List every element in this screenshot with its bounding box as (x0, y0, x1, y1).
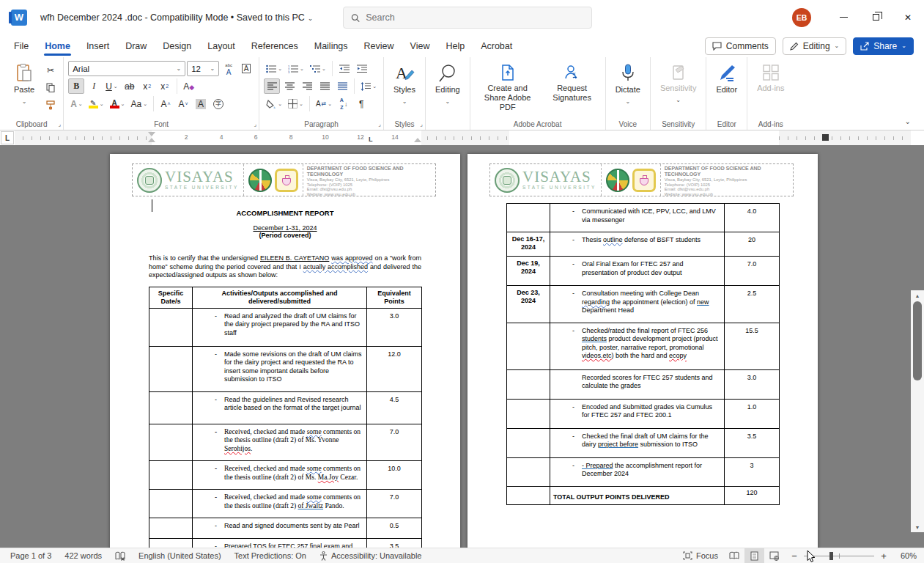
date-cell[interactable]: Dec 16-17, 2024 (507, 232, 550, 257)
document-canvas[interactable]: VISAYAS STATE UNIVERSITY DEPARTMENT OF F… (0, 145, 924, 548)
points-cell[interactable]: 3.5 (725, 428, 780, 457)
activity-cell[interactable]: -Thesis outline defense of BSFT students (550, 232, 725, 257)
copy-button[interactable] (42, 80, 59, 95)
date-cell[interactable] (507, 204, 550, 232)
proofing-errors-button[interactable] (108, 548, 132, 563)
tab-view[interactable]: View (402, 37, 438, 56)
change-case-button[interactable]: Aa⌄ (128, 96, 149, 111)
italic-button[interactable]: I (86, 78, 102, 94)
superscript-button[interactable]: x2 (157, 78, 173, 94)
create-share-pdf-button[interactable]: Create and Share Adobe PDF (475, 61, 541, 117)
web-layout-button[interactable] (764, 548, 784, 563)
page2-margin-marker[interactable] (822, 134, 829, 141)
points-cell[interactable]: 3 (725, 457, 780, 486)
paragraph-dialog-launcher[interactable]: ⌟ (378, 121, 381, 128)
points-cell[interactable]: 0.5 (367, 518, 422, 539)
header-specific-dates[interactable]: Specific Date/s (149, 287, 193, 308)
strikethrough-button[interactable]: ab (122, 78, 138, 94)
activity-cell[interactable]: -Communicated with ICE, PPV, LCC, and LM… (550, 204, 725, 232)
total-points-cell[interactable]: 120 (725, 486, 780, 504)
grow-font-button[interactable]: A˄ (158, 96, 174, 111)
points-cell[interactable]: 2.5 (725, 286, 780, 323)
editor-button[interactable]: Editor (711, 61, 742, 117)
tab-review[interactable]: Review (356, 37, 402, 56)
zoom-in-button[interactable]: + (879, 551, 888, 562)
subscript-button[interactable]: x2 (139, 78, 155, 94)
focus-mode-button[interactable]: Focus (676, 548, 725, 563)
search-bar[interactable] (343, 7, 592, 29)
editing-mode-button[interactable]: Editing⌄ (783, 37, 846, 55)
date-cell[interactable] (507, 369, 550, 399)
decrease-indent-button[interactable] (336, 61, 352, 76)
text-effects-button[interactable]: A⌄ (68, 96, 85, 111)
activity-cell[interactable]: -Checked the final draft of UM claims fo… (550, 428, 725, 457)
bold-button[interactable]: B (68, 78, 84, 94)
multilevel-list-button[interactable]: ⌄ (308, 61, 328, 76)
right-indent-marker[interactable] (414, 138, 421, 142)
scroll-up-arrow[interactable]: ▲ (911, 290, 924, 301)
date-cell[interactable] (149, 518, 193, 539)
activity-cell[interactable]: -Made some revisions on the draft of UM … (193, 346, 367, 391)
activity-cell[interactable]: -Oral Final Exam for FTEC 257 and presen… (550, 257, 725, 286)
tab-draw[interactable]: Draw (117, 37, 155, 56)
enclose-characters-button[interactable]: 字 (210, 96, 226, 111)
language-indicator[interactable]: English (United States) (132, 548, 228, 563)
activity-cell[interactable]: -Received, checked and made some comment… (193, 461, 367, 490)
comments-button[interactable]: Comments (705, 37, 776, 55)
account-avatar[interactable]: EB (792, 8, 811, 27)
date-cell[interactable] (507, 399, 550, 428)
share-button[interactable]: Share⌄ (853, 37, 914, 55)
report-period-caption[interactable]: (Period covered) (149, 232, 421, 239)
print-layout-button[interactable] (744, 548, 764, 563)
activity-cell[interactable]: -Received, checked and made some comment… (193, 490, 367, 518)
date-cell[interactable] (149, 424, 193, 461)
close-button[interactable]: ✕ (892, 0, 924, 34)
points-cell[interactable]: 3.0 (367, 308, 422, 346)
tab-insert[interactable]: Insert (78, 37, 117, 56)
points-cell[interactable]: 12.0 (367, 346, 422, 391)
date-cell[interactable]: Dec 23, 2024 (507, 286, 550, 323)
date-cell[interactable] (507, 486, 550, 504)
increase-indent-button[interactable] (354, 61, 370, 76)
activity-cell[interactable]: -Prepared TOS for FTEC 257 final exam an… (193, 539, 367, 548)
bullets-button[interactable]: ⌄ (264, 61, 284, 76)
date-cell[interactable] (149, 346, 193, 391)
align-center-button[interactable] (281, 78, 297, 94)
borders-button[interactable]: ⌄ (286, 96, 306, 111)
zoom-out-button[interactable]: − (790, 551, 799, 562)
date-cell[interactable] (149, 539, 193, 548)
points-cell[interactable]: 4.0 (725, 204, 780, 232)
tab-design[interactable]: Design (155, 37, 199, 56)
date-cell[interactable] (149, 490, 193, 518)
read-mode-button[interactable] (725, 548, 744, 563)
font-size-combo[interactable]: 12⌄ (187, 61, 219, 76)
document-page-1[interactable]: VISAYAS STATE UNIVERSITY DEPARTMENT OF F… (110, 154, 460, 548)
date-cell[interactable] (149, 308, 193, 346)
points-cell[interactable]: 10.0 (367, 461, 422, 490)
points-cell[interactable]: 3.5 (367, 539, 422, 548)
show-formatting-marks-button[interactable]: ¶ (353, 96, 369, 111)
text-predictions-indicator[interactable]: Text Predictions: On (228, 548, 313, 563)
points-cell[interactable]: 4.5 (367, 391, 422, 424)
first-line-indent-marker[interactable] (148, 132, 155, 136)
shading-button[interactable]: ⌄ (264, 96, 284, 111)
clipboard-dialog-launcher[interactable]: ⌟ (58, 121, 61, 128)
sensitivity-button[interactable]: Sensitivity ⌄ (655, 61, 702, 117)
scrollbar-thumb[interactable] (913, 301, 922, 380)
tab-layout[interactable]: Layout (199, 37, 243, 56)
tab-stop-marker[interactable]: L (369, 136, 373, 143)
report-period[interactable]: December 1-31, 2024 (149, 224, 421, 232)
scroll-down-arrow[interactable]: ▼ (911, 522, 924, 532)
activity-cell[interactable]: -Read and signed documents sent by ate P… (193, 518, 367, 539)
font-color-button[interactable]: A⌄ (108, 96, 127, 111)
phonetic-guide-button[interactable]: abcA (221, 61, 237, 76)
zoom-percentage[interactable]: 60% (894, 548, 924, 563)
word-count[interactable]: 422 words (58, 548, 108, 563)
font-dialog-launcher[interactable]: ⌟ (254, 121, 256, 128)
distribute-button[interactable] (334, 78, 350, 94)
activity-cell[interactable]: -Received, checked and made some comment… (193, 424, 367, 461)
activity-cell[interactable]: -Encoded and Submitted grades via Cumulu… (550, 399, 725, 428)
activity-cell[interactable]: -- Prepared the accomplishment report fo… (550, 457, 725, 486)
document-page-2[interactable]: VISAYAS STATE UNIVERSITY DEPARTMENT OF F… (467, 154, 818, 548)
character-border-button[interactable]: A (238, 61, 254, 76)
